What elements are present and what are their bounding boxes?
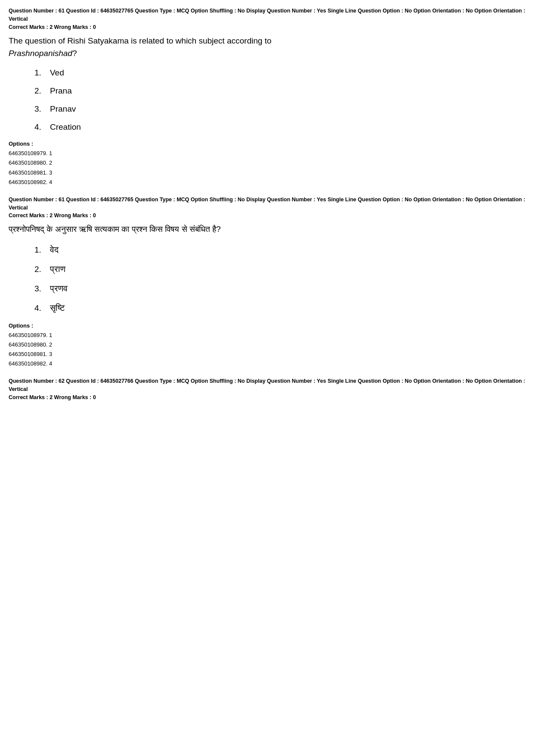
option-num-2-61-en: 2. xyxy=(34,86,50,96)
marks-info-61-en: Correct Marks : 2 Wrong Marks : 0 xyxy=(9,24,525,30)
marks-info-61-hi: Correct Marks : 2 Wrong Marks : 0 xyxy=(9,212,525,219)
option-4-61-en: 4. Creation xyxy=(34,122,525,132)
option-2-61-en: 2. Prana xyxy=(34,86,525,96)
option-3-61-hi: 3. प्रणव xyxy=(34,284,525,294)
question-61-english-block: Question Number : 61 Question Id : 64635… xyxy=(9,7,525,187)
option-data-2-61-en: 646350108980. 2 xyxy=(9,158,525,168)
option-1-61-en: 1. Ved xyxy=(34,68,525,78)
option-text-1-61-hi: वेद xyxy=(50,245,59,255)
options-label-61-en: Options : xyxy=(9,141,525,147)
option-data-1-61-hi: 646350108979. 1 xyxy=(9,331,525,340)
option-text-4-61-en: Creation xyxy=(50,122,81,132)
option-data-3-61-en: 646350108981. 3 xyxy=(9,168,525,178)
marks-info-62: Correct Marks : 2 Wrong Marks : 0 xyxy=(9,394,525,400)
option-num-4-61-hi: 4. xyxy=(34,303,50,313)
option-num-2-61-hi: 2. xyxy=(34,265,50,274)
option-text-1-61-en: Ved xyxy=(50,68,64,78)
option-text-4-61-hi: सृष्टि xyxy=(50,303,65,313)
option-data-3-61-hi: 646350108981. 3 xyxy=(9,350,525,359)
option-num-3-61-en: 3. xyxy=(34,104,50,114)
options-list-61-hi: 1. वेद 2. प्राण 3. प्रणव 4. सृष्टि xyxy=(34,245,525,313)
options-label-61-hi: Options : xyxy=(9,322,525,329)
question-text-61-en: The question of Rishi Satyakama is relat… xyxy=(9,34,525,60)
meta-info-61-en: Question Number : 61 Question Id : 64635… xyxy=(9,7,525,23)
option-data-2-61-hi: 646350108980. 2 xyxy=(9,340,525,350)
option-text-2-61-en: Prana xyxy=(50,86,72,96)
options-list-61-en: 1. Ved 2. Prana 3. Pranav 4. Creation xyxy=(34,68,525,132)
option-data-4-61-en: 646350108982. 4 xyxy=(9,178,525,187)
option-3-61-en: 3. Pranav xyxy=(34,104,525,114)
options-data-61-en: 646350108979. 1 646350108980. 2 64635010… xyxy=(9,149,525,187)
question-italic-61-en: Prashnopanishad xyxy=(9,49,72,58)
meta-info-62: Question Number : 62 Question Id : 64635… xyxy=(9,377,525,394)
options-data-61-hi: 646350108979. 1 646350108980. 2 64635010… xyxy=(9,331,525,369)
option-num-4-61-en: 4. xyxy=(34,122,50,132)
option-4-61-hi: 4. सृष्टि xyxy=(34,303,525,313)
option-text-3-61-hi: प्रणव xyxy=(50,284,68,294)
meta-info-61-hi: Question Number : 61 Question Id : 64635… xyxy=(9,196,525,212)
option-1-61-hi: 1. वेद xyxy=(34,245,525,255)
option-text-3-61-en: Pranav xyxy=(50,104,76,114)
option-num-3-61-hi: 3. xyxy=(34,284,50,294)
question-text-part2-61-en: ? xyxy=(72,49,77,58)
question-62-block: Question Number : 62 Question Id : 64635… xyxy=(9,377,525,400)
question-61-hindi-block: Question Number : 61 Question Id : 64635… xyxy=(9,196,525,369)
option-2-61-hi: 2. प्राण xyxy=(34,264,525,274)
question-text-61-hi: प्रश्नोपनिषद् के अनुसार ऋषि सत्यकाम का प… xyxy=(9,223,525,236)
option-num-1-61-hi: 1. xyxy=(34,245,50,255)
option-data-1-61-en: 646350108979. 1 xyxy=(9,149,525,158)
option-num-1-61-en: 1. xyxy=(34,68,50,78)
option-data-4-61-hi: 646350108982. 4 xyxy=(9,359,525,369)
option-text-2-61-hi: प्राण xyxy=(50,264,65,274)
question-text-part1-61-en: The question of Rishi Satyakama is relat… xyxy=(9,36,271,45)
